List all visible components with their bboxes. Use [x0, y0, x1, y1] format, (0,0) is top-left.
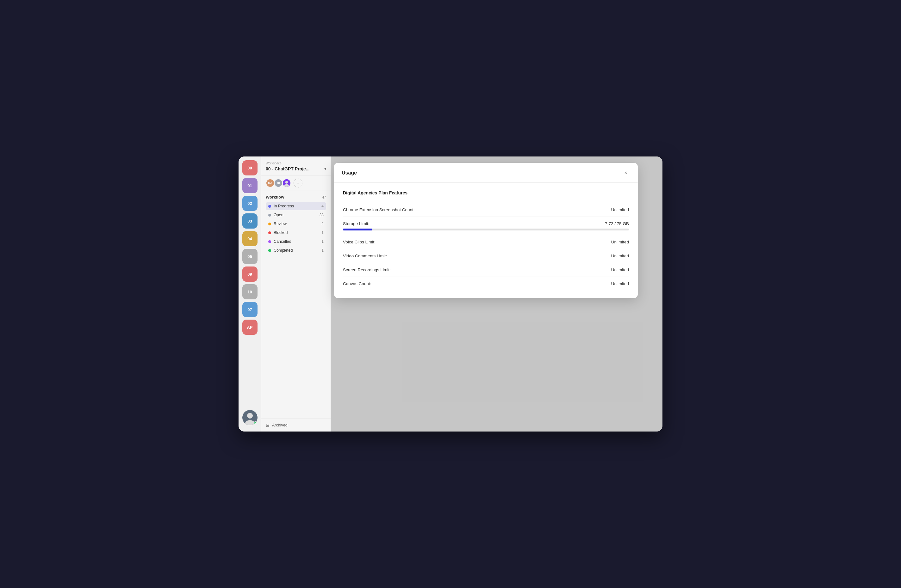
workspace-header: Workspace 00 - ChatGPT Proje... ▾ [261, 157, 330, 176]
modal-header: Usage × [334, 163, 638, 183]
workflow-header: Workflow 47 [266, 195, 326, 199]
modal-title: Usage [342, 170, 357, 176]
chevron-down-icon: ▾ [324, 166, 326, 171]
icon-item-05[interactable]: 05 [242, 249, 257, 264]
app-frame: 000102030405091097AP Workspace 00 - Chat… [238, 157, 662, 431]
video-comments-label: Video Comments Limit: [343, 254, 387, 258]
svg-point-4 [285, 181, 288, 184]
archived-label: Archived [272, 423, 288, 428]
canvas-count-value: Unlimited [611, 282, 629, 286]
svg-point-5 [284, 184, 289, 187]
icon-item-10[interactable]: 10 [242, 284, 257, 299]
status-count-in-progress: 4 [321, 204, 324, 208]
icon-item-97[interactable]: 97 [242, 302, 257, 317]
icon-item-04[interactable]: 04 [242, 231, 257, 246]
workflow-item-blocked[interactable]: Blocked 1 [266, 229, 326, 237]
status-count-open: 38 [320, 213, 324, 217]
status-count-review: 2 [321, 222, 324, 226]
icon-item-03[interactable]: 03 [242, 213, 257, 229]
status-label-review: Review [274, 222, 321, 226]
voice-clips-row: Voice Clips Limit: Unlimited [343, 235, 629, 249]
status-dot-completed [268, 249, 271, 252]
svg-point-1 [247, 413, 253, 418]
workflow-item-completed[interactable]: Completed 1 [266, 246, 326, 255]
workflow-section: Workflow 47 In Progress 4 Open 38 Review… [261, 191, 330, 258]
plan-section-title: Digital Agencies Plan Features [343, 190, 629, 195]
modal-close-button[interactable]: × [621, 168, 630, 177]
icon-item-09[interactable]: 09 [242, 266, 257, 282]
screenshot-count-label: Chrome Extension Screenshot Count: [343, 207, 415, 212]
icon-item-AP[interactable]: AP [242, 320, 257, 335]
add-member-button[interactable]: + [294, 179, 302, 187]
workflow-items: In Progress 4 Open 38 Review 2 Blocked 1… [266, 202, 326, 255]
icon-item-00[interactable]: 00 [242, 160, 257, 176]
canvas-count-label: Canvas Count: [343, 282, 371, 286]
storage-label: Storage Limit: [343, 221, 369, 226]
archived-button[interactable]: ⊟ Archived [266, 423, 326, 428]
workflow-count: 47 [322, 195, 326, 199]
canvas-count-row: Canvas Count: Unlimited [343, 277, 629, 291]
workspace-label: Workspace [266, 162, 326, 165]
screenshot-count-value: Unlimited [611, 207, 629, 212]
screen-recordings-value: Unlimited [611, 268, 629, 272]
workflow-item-in-progress[interactable]: In Progress 4 [266, 202, 326, 210]
screen-recordings-label: Screen Recordings Limit: [343, 268, 391, 272]
voice-clips-value: Unlimited [611, 240, 629, 244]
voice-clips-label: Voice Clips Limit: [343, 240, 376, 244]
user-avatar[interactable] [242, 410, 257, 425]
sidebar-footer: ⊟ Archived [261, 418, 330, 431]
avatars-row: RA DI + [261, 176, 330, 191]
storage-top: Storage Limit: 7.72 / 75 GB [343, 221, 629, 226]
icon-item-02[interactable]: 02 [242, 196, 257, 211]
status-label-blocked: Blocked [274, 230, 321, 235]
screenshot-count-row: Chrome Extension Screenshot Count: Unlim… [343, 203, 629, 217]
status-count-cancelled: 1 [321, 239, 324, 244]
video-comments-value: Unlimited [611, 254, 629, 258]
avatar-me[interactable] [282, 179, 291, 187]
status-label-completed: Completed [274, 248, 321, 253]
status-dot-review [268, 222, 271, 226]
status-label-in-progress: In Progress [274, 204, 321, 208]
workspace-name[interactable]: 00 - ChatGPT Proje... ▾ [266, 166, 326, 171]
status-label-open: Open [274, 213, 320, 217]
usage-modal: Usage × Digital Agencies Plan Features C… [334, 163, 638, 298]
status-dot-in-progress [268, 205, 271, 208]
icon-item-01[interactable]: 01 [242, 178, 257, 193]
status-label-cancelled: Cancelled [274, 239, 321, 244]
workflow-item-cancelled[interactable]: Cancelled 1 [266, 237, 326, 246]
sidebar: Workspace 00 - ChatGPT Proje... ▾ RA DI … [261, 157, 331, 431]
status-count-completed: 1 [321, 248, 324, 253]
status-count-blocked: 1 [321, 230, 324, 235]
status-dot-blocked [268, 232, 271, 234]
storage-bar-fill [343, 229, 373, 230]
screen-recordings-row: Screen Recordings Limit: Unlimited [343, 263, 629, 277]
main-area: Usage × Digital Agencies Plan Features C… [331, 157, 662, 431]
video-comments-row: Video Comments Limit: Unlimited [343, 249, 629, 263]
status-dot-cancelled [268, 240, 271, 243]
archive-icon: ⊟ [266, 423, 270, 428]
workflow-item-review[interactable]: Review 2 [266, 220, 326, 228]
avatar-di[interactable]: DI [274, 179, 283, 187]
avatar-ra[interactable]: RA [266, 179, 274, 187]
modal-overlay: Usage × Digital Agencies Plan Features C… [331, 157, 662, 431]
status-dot-open [268, 214, 271, 216]
modal-body: Digital Agencies Plan Features Chrome Ex… [334, 183, 638, 298]
workflow-title: Workflow [266, 195, 284, 199]
icon-bar: 000102030405091097AP [238, 157, 261, 431]
storage-bar-background [343, 229, 629, 230]
storage-limit-row: Storage Limit: 7.72 / 75 GB [343, 217, 629, 235]
storage-value: 7.72 / 75 GB [605, 221, 629, 226]
workflow-item-open[interactable]: Open 38 [266, 211, 326, 219]
